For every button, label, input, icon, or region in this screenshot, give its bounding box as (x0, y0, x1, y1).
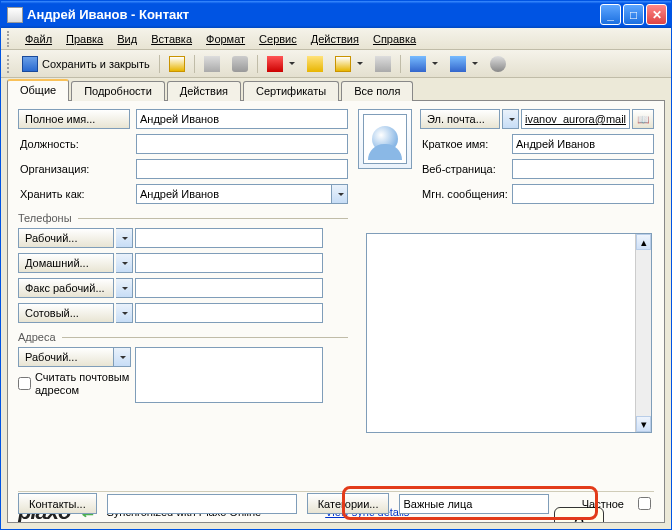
phone2-type-button[interactable]: Домашний... (18, 253, 114, 273)
categories-input[interactable] (399, 494, 549, 514)
separator (194, 55, 195, 73)
mailing-address-checkbox[interactable]: Считать почтовым адресом (18, 371, 133, 396)
phone1-type-button[interactable]: Рабочий... (18, 228, 114, 248)
window-title: Андрей Иванов - Контакт (27, 7, 600, 22)
tab-all-fields[interactable]: Все поля (341, 81, 413, 101)
scroll-up-button[interactable]: ▴ (636, 234, 651, 250)
paperclip-icon (232, 56, 248, 72)
displayname-input[interactable] (512, 134, 654, 154)
fileas-input[interactable] (136, 184, 331, 204)
flag-icon (267, 56, 283, 72)
phone4-input[interactable] (135, 303, 323, 323)
scroll-down-button[interactable]: ▾ (636, 416, 651, 432)
send-button[interactable] (164, 53, 190, 75)
toolbar-grip[interactable] (7, 55, 13, 73)
categories-button[interactable]: Категории... (307, 493, 390, 514)
notes-scrollbar[interactable]: ▴ ▾ (635, 234, 651, 432)
save-close-label: Сохранить и закрыть (42, 58, 150, 70)
email-dropdown[interactable] (502, 109, 519, 129)
notes-textarea[interactable]: ▴ ▾ (366, 233, 652, 433)
private-checkbox[interactable] (638, 497, 651, 510)
phone3-input[interactable] (135, 278, 323, 298)
menubar-grip[interactable] (7, 31, 13, 47)
phone3-type-button[interactable]: Факс рабочий... (18, 278, 114, 298)
contacts-button[interactable]: Контакты... (18, 493, 97, 514)
print-button[interactable] (199, 53, 225, 75)
tab-details[interactable]: Подробности (71, 81, 165, 101)
maximize-button[interactable]: □ (623, 4, 644, 25)
next-button[interactable] (445, 53, 483, 75)
up-arrow-icon (410, 56, 426, 72)
address-type-button[interactable]: Рабочий... (18, 347, 114, 367)
app-icon (7, 7, 23, 23)
flag-button[interactable] (262, 53, 300, 75)
menu-format[interactable]: Формат (200, 31, 251, 47)
tab-activities[interactable]: Действия (167, 81, 241, 101)
phone2-type-dropdown[interactable] (116, 253, 133, 273)
tab-certificates[interactable]: Сертификаты (243, 81, 339, 101)
card-button[interactable] (370, 53, 396, 75)
phone1-type-dropdown[interactable] (116, 228, 133, 248)
addresses-group-label: Адреса (18, 331, 56, 343)
address-input[interactable] (135, 347, 323, 403)
send-icon (169, 56, 185, 72)
jobtitle-label: Должность: (18, 134, 130, 154)
assign-icon (307, 56, 323, 72)
menu-help[interactable]: Справка (367, 31, 422, 47)
prev-button[interactable] (405, 53, 443, 75)
menu-edit[interactable]: Правка (60, 31, 109, 47)
phone4-type-dropdown[interactable] (116, 303, 133, 323)
contacts-input[interactable] (107, 494, 297, 514)
im-label: Мгн. сообщения: (420, 184, 512, 204)
menu-insert[interactable]: Вставка (145, 31, 198, 47)
separator (400, 55, 401, 73)
company-input[interactable] (136, 159, 348, 179)
phone2-input[interactable] (135, 253, 323, 273)
close-button[interactable]: ✕ (646, 4, 667, 25)
attach-button[interactable] (227, 53, 253, 75)
save-close-button[interactable]: Сохранить и закрыть (17, 53, 155, 75)
card-icon (375, 56, 391, 72)
phone4-type-button[interactable]: Сотовый... (18, 303, 114, 323)
email-input[interactable] (521, 109, 630, 129)
email-button[interactable]: Эл. почта... (420, 109, 500, 129)
save-icon (22, 56, 38, 72)
avatar-icon (372, 126, 398, 152)
gear-icon (490, 56, 506, 72)
addressbook-button[interactable]: 📖 (632, 109, 654, 129)
menu-tools[interactable]: Сервис (253, 31, 303, 47)
separator (257, 55, 258, 73)
phones-group-label: Телефоны (18, 212, 72, 224)
print-icon (204, 56, 220, 72)
menu-actions[interactable]: Действия (305, 31, 365, 47)
jobtitle-input[interactable] (136, 134, 348, 154)
contact-photo[interactable] (358, 109, 412, 169)
folder-icon (335, 56, 351, 72)
fileas-label: Хранить как: (18, 184, 130, 204)
displayname-label: Краткое имя: (420, 134, 512, 154)
webpage-input[interactable] (512, 159, 654, 179)
fileas-dropdown[interactable] (331, 184, 348, 204)
down-arrow-icon (450, 56, 466, 72)
phone3-type-dropdown[interactable] (116, 278, 133, 298)
phone1-input[interactable] (135, 228, 323, 248)
fullname-button[interactable]: Полное имя... (18, 109, 130, 129)
fullname-input[interactable] (136, 109, 348, 129)
address-type-dropdown[interactable] (114, 347, 131, 367)
assign-button[interactable] (302, 53, 328, 75)
menu-view[interactable]: Вид (111, 31, 143, 47)
menu-file[interactable]: Файл (19, 31, 58, 47)
minimize-button[interactable]: _ (600, 4, 621, 25)
separator (159, 55, 160, 73)
webpage-label: Веб-страница: (420, 159, 512, 179)
options-button[interactable] (485, 53, 511, 75)
im-input[interactable] (512, 184, 654, 204)
tab-general[interactable]: Общие (7, 79, 69, 101)
private-label: Частное (582, 498, 624, 510)
company-label: Организация: (18, 159, 130, 179)
folder-button[interactable] (330, 53, 368, 75)
